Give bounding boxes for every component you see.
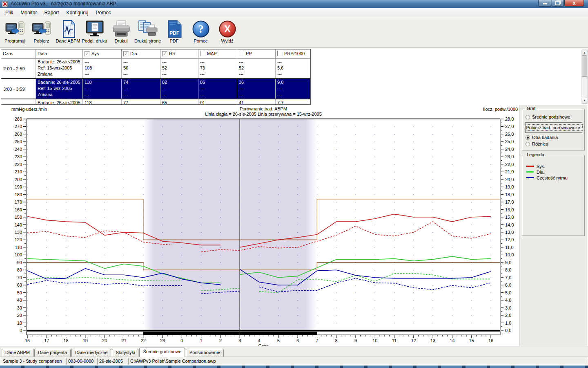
taskbar-strip <box>0 366 588 368</box>
toolbar: Programuj Pobierz Dane ABPM Podgl. druku <box>0 17 588 48</box>
tab-dane-abpm[interactable]: Dane ABPM <box>2 349 33 357</box>
toolbar-drukuj-strone[interactable]: Drukuj stronę <box>134 17 161 43</box>
bottom-tab-bar: Dane ABPMDane pacjentaDane medyczneStaty… <box>0 346 588 357</box>
column-checkbox-pp[interactable] <box>239 51 244 56</box>
column-checkbox-map[interactable] <box>200 51 205 56</box>
app-window: AccuWin Pro v3 – narzędzia monitorowania… <box>0 0 588 368</box>
toolbar-drukuj[interactable]: Drukuj <box>108 17 134 43</box>
toolbar-programuj[interactable]: Programuj <box>2 17 28 43</box>
column-header-pp: PP <box>237 49 276 58</box>
svg-text:?: ? <box>198 23 204 35</box>
svg-text:27,0: 27,0 <box>505 124 514 129</box>
svg-text:16: 16 <box>488 338 493 343</box>
svg-text:220: 220 <box>15 162 22 167</box>
column-checkbox-dia[interactable]: ✓ <box>123 51 129 56</box>
svg-text:21: 21 <box>121 338 126 343</box>
svg-text:14,0: 14,0 <box>505 222 514 227</box>
svg-text:100: 100 <box>15 252 22 257</box>
cell-dia: 77 <box>122 99 160 105</box>
comparison-chart-plot[interactable]: 00,0101,0202,0303,0404,0505,0606,0707,08… <box>0 105 519 346</box>
radio-oba-badania[interactable]: Oba badania <box>526 135 558 140</box>
svg-text:PDF: PDF <box>169 30 179 36</box>
svg-text:12: 12 <box>411 338 416 343</box>
menu-raport[interactable]: Raport <box>40 8 62 17</box>
table-row[interactable]: 2:00 - 2:59Badanie: 26-sie-2005Ref: 15-w… <box>1 58 310 79</box>
column-header-prp: PRP/1000 <box>276 49 310 58</box>
column-header-map: MAP <box>198 49 237 58</box>
tab-dane-medyczne[interactable]: Dane medyczne <box>71 349 111 357</box>
hourly-averages-table[interactable]: CzasData✓Sys.✓Dia.✓HRMAPPPPRP/10002:00 -… <box>1 49 311 105</box>
table-row[interactable]: 3:00 - 3:59Badanie: 26-sie-2005Ref: 15-w… <box>1 79 310 99</box>
pobierz-bad-porownawcze-button[interactable]: Pobierz bad. porównawcze. <box>525 122 582 133</box>
radio-icon[interactable] <box>526 115 530 119</box>
menu-konfiguruj[interactable]: Konfiguruj <box>62 8 92 17</box>
svg-text:21,0: 21,0 <box>505 169 514 174</box>
tab-dane-pacjenta[interactable]: Dane pacjenta <box>34 349 71 357</box>
cell-sys: ---108--- <box>83 58 122 78</box>
restore-button[interactable] <box>552 0 564 7</box>
cell-hr: 65 <box>160 99 198 105</box>
app-icon <box>2 1 8 7</box>
svg-text:4: 4 <box>258 338 260 343</box>
scroll-up-icon[interactable]: ▲ <box>582 50 587 56</box>
svg-text:270: 270 <box>15 124 22 129</box>
tab-podsumowanie[interactable]: Podsumowanie <box>186 349 224 357</box>
svg-text:19,0: 19,0 <box>505 184 514 189</box>
toolbar-podgl-druku[interactable]: Podgl. druku <box>81 17 108 43</box>
svg-text:90: 90 <box>17 260 22 265</box>
toolbar-dane-abpm[interactable]: Dane ABPM <box>55 17 81 43</box>
tab-statystyki[interactable]: Statystyki <box>112 349 138 357</box>
tab-srednie-godzinowe[interactable]: Średnie godzinowe <box>139 348 185 357</box>
menu-monitor[interactable]: Monitor <box>17 8 40 17</box>
svg-text:3,0: 3,0 <box>505 305 511 310</box>
radio-icon[interactable] <box>526 135 530 140</box>
toolbar-pomoc-btn[interactable]: ? Pomoc <box>187 17 214 43</box>
svg-text:X: X <box>224 24 231 34</box>
toolbar-pobierz[interactable]: Pobierz <box>28 17 55 43</box>
svg-text:15: 15 <box>469 338 474 343</box>
table-row[interactable]: Badanie: 26-sie-2005118776591417,7 <box>1 99 310 105</box>
cell-pp: ---52--- <box>237 58 276 78</box>
scroll-down-icon[interactable]: ▼ <box>582 98 587 103</box>
svg-text:11,0: 11,0 <box>505 245 514 250</box>
column-checkbox-prp[interactable] <box>277 51 283 56</box>
svg-text:12,0: 12,0 <box>505 237 514 242</box>
radio-srednie-godzinowe[interactable]: Średnie godzinowe <box>526 114 570 120</box>
legend-panel: Legenda Sys. Dia. Częstość rytmu <box>522 155 585 236</box>
svg-text:260: 260 <box>15 132 22 137</box>
menu-plik[interactable]: Plik <box>2 8 17 17</box>
scrollbar-thumb[interactable] <box>582 56 587 77</box>
radio-icon[interactable] <box>526 142 530 146</box>
menu-pomoc[interactable]: Pomoc <box>92 8 114 17</box>
chart-region: 00,0101,0202,0303,0404,0505,0606,0707,08… <box>0 105 588 346</box>
cell-sys: 118 <box>83 99 122 105</box>
svg-text:25,0: 25,0 <box>505 139 514 144</box>
legend-title: Legenda <box>526 152 546 157</box>
toolbar-wyjdz[interactable]: X Wyjdź <box>214 17 241 43</box>
svg-text:6: 6 <box>296 338 299 343</box>
svg-text:8: 8 <box>335 338 338 343</box>
legend-item: Dia. <box>526 169 545 175</box>
svg-text:130: 130 <box>15 230 22 235</box>
toolbar-pdf[interactable]: PDF PDF <box>161 17 187 43</box>
close-button[interactable]: X <box>564 0 584 7</box>
cell-pp: 36------ <box>237 79 276 99</box>
graf-panel-title: Graf <box>526 106 537 111</box>
window-title: AccuWin Pro v3 – narzędzia monitorowania… <box>11 1 116 7</box>
svg-text:60: 60 <box>17 283 22 287</box>
svg-text:13,0: 13,0 <box>505 230 514 235</box>
radio-roznica[interactable]: Różnica <box>526 141 548 147</box>
column-header-dia: ✓Dia. <box>122 49 160 58</box>
svg-text:20: 20 <box>102 338 107 343</box>
minimize-button[interactable] <box>538 0 551 7</box>
table-scrollbar[interactable]: ▲ ▼ <box>581 49 588 104</box>
legend-swatch-icon <box>526 171 534 173</box>
cell-map: 86------ <box>198 79 237 99</box>
svg-text:18: 18 <box>63 338 68 343</box>
column-checkbox-hr[interactable]: ✓ <box>162 51 167 56</box>
svg-text:7: 7 <box>316 338 318 343</box>
status-panel: Sample 3 - Study comparison <box>1 358 65 365</box>
svg-text:0,0: 0,0 <box>505 328 511 333</box>
column-checkbox-sys[interactable]: ✓ <box>85 51 90 56</box>
svg-text:5: 5 <box>277 338 280 343</box>
